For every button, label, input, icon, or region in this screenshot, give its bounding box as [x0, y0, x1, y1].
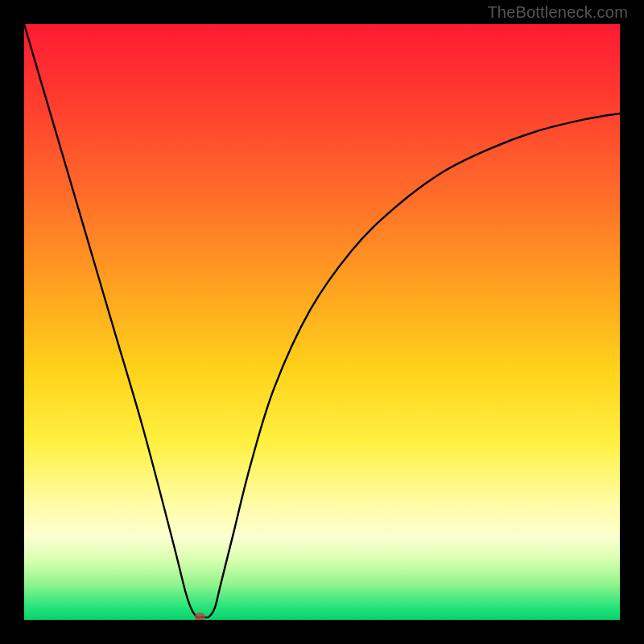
plot-area: [24, 24, 620, 620]
chart-frame: TheBottleneck.com: [0, 0, 644, 644]
minimum-marker: [194, 613, 205, 620]
curve-path: [24, 24, 620, 617]
watermark-text: TheBottleneck.com: [487, 3, 628, 22]
bottleneck-curve: [24, 24, 620, 620]
